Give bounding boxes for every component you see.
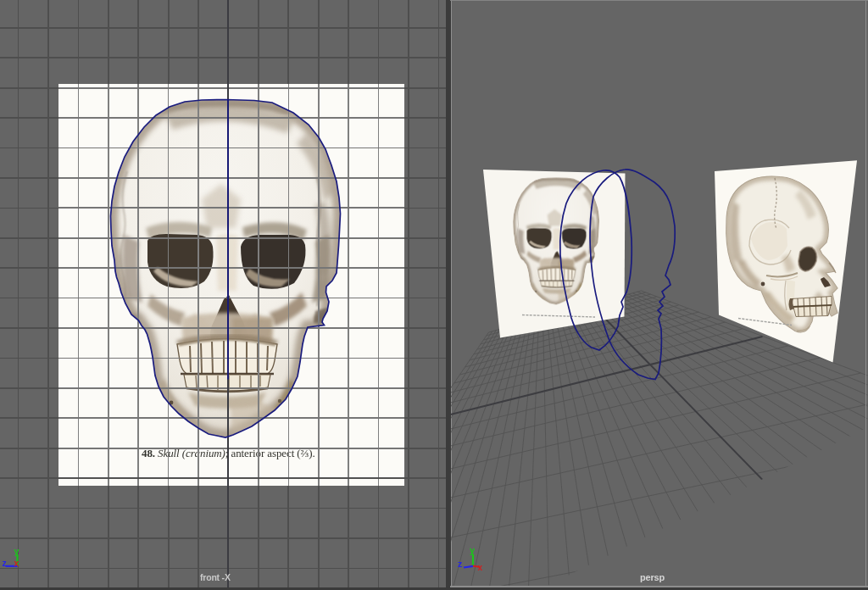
svg-text:y: y <box>470 545 475 555</box>
svg-text:z: z <box>458 559 462 569</box>
svg-text:x: x <box>478 563 483 572</box>
